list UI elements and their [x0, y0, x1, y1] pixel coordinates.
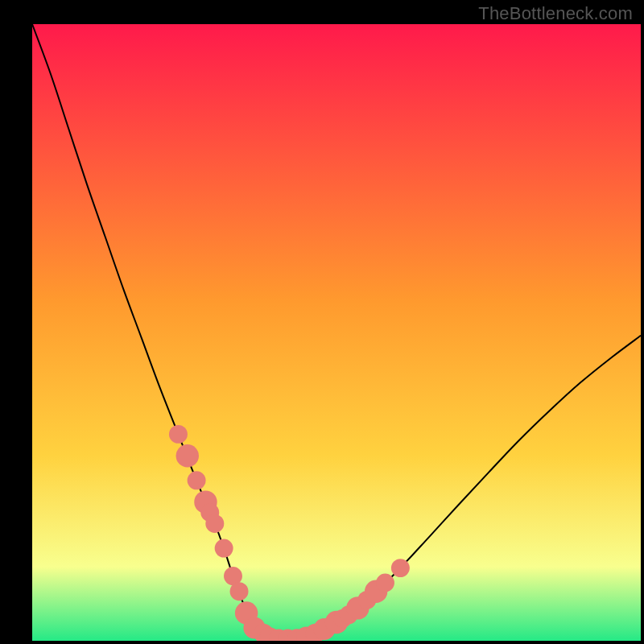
gradient-background: [32, 24, 641, 641]
marker-dot: [169, 425, 188, 444]
marker-dot: [391, 559, 410, 577]
marker-dot: [215, 539, 233, 558]
marker-dot: [230, 582, 249, 601]
chart-root: TheBottleneck.com: [0, 0, 644, 644]
watermark-text: TheBottleneck.com: [478, 3, 633, 24]
marker-dot: [376, 574, 394, 592]
marker-dot: [205, 514, 224, 533]
plot-area: [32, 24, 641, 641]
plot-svg: [32, 24, 641, 641]
marker-dot: [188, 471, 206, 489]
marker-dot: [176, 444, 199, 467]
